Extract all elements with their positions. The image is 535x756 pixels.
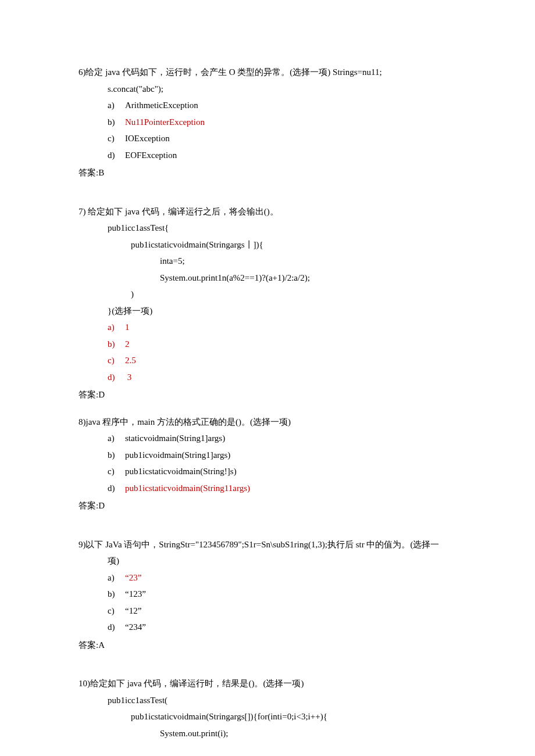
option-text: 2.5: [125, 356, 136, 365]
option-letter: a): [108, 97, 125, 114]
q6-option-a: a)ArithmeticException: [79, 97, 456, 114]
q8-head: 8)java 程序中，main 方法的格式正确的是()。(选择一项): [79, 414, 456, 431]
q10-code: pub1icstaticvoidmain(Stringargs[]){for(i…: [79, 708, 456, 725]
q7-head: 7) 给定如下 java 代码，编译运行之后，将会输出()。: [79, 203, 456, 220]
q10-code: pub1icc1assTest(: [79, 692, 456, 709]
q9-option-a: a)“23”: [79, 569, 456, 586]
option-text: “23”: [125, 573, 141, 582]
q7-code: }(选择一项): [79, 303, 456, 320]
q7-code: System.out.print1n(a%2==1)?(a+1)/2:a/2);: [79, 270, 456, 286]
q6-option-b: b)Nu11PointerException: [79, 114, 456, 131]
q7-code: pub1icstaticvoidmain(Stringargs丨]){: [79, 237, 456, 253]
q8-answer: 答案:D: [79, 497, 456, 514]
option-text: IOException: [125, 134, 170, 143]
q7-option-b: b)2: [79, 336, 456, 353]
option-text: EOFException: [125, 151, 177, 160]
option-letter: c): [108, 463, 125, 480]
option-letter: b): [108, 114, 125, 131]
q10-head: 10)给定如下 java 代码，编译运行时，结果是()。(选择一项): [79, 675, 456, 692]
q7-code: ): [79, 286, 456, 303]
q9-head: 9)以下 JaVa 语句中，StringStr="123456789";S1r=…: [79, 536, 456, 553]
option-text: pub1icvoidmain(String1]args): [125, 450, 230, 460]
option-text: “12”: [125, 606, 141, 615]
q9-answer: 答案:A: [79, 637, 456, 654]
option-letter: d): [108, 619, 125, 636]
q6-option-d: d)EOFException: [79, 147, 456, 164]
q6-option-c: c)IOException: [79, 130, 456, 147]
q8-option-c: c)pub1icstaticvoidmain(String!]s): [79, 463, 456, 480]
q7-answer: 答案:D: [79, 386, 456, 403]
q7-option-c: c)2.5: [79, 352, 456, 369]
option-text: “234”: [125, 622, 146, 632]
option-text: ArithmeticException: [125, 101, 198, 110]
option-letter: b): [108, 336, 125, 353]
option-letter: a): [108, 430, 125, 447]
q7-code: inta=5;: [79, 253, 456, 270]
option-letter: a): [108, 319, 125, 336]
spacer: [79, 664, 456, 675]
q10-code: System.out.print(i);: [79, 725, 456, 742]
q9-option-d: d)“234”: [79, 619, 456, 636]
option-letter: b): [108, 586, 125, 603]
q9-option-c: c)“12”: [79, 603, 456, 619]
option-text: Nu11PointerException: [125, 117, 205, 127]
option-letter: d): [108, 147, 125, 164]
option-letter: d): [108, 369, 125, 386]
option-text: pub1icstaticvoidmain(String!]s): [125, 467, 237, 476]
option-letter: c): [108, 130, 125, 147]
option-letter: c): [108, 352, 125, 369]
q8-option-d: d)pub1icstaticvoidmain(String11args): [79, 480, 456, 497]
option-text: 3: [125, 372, 131, 382]
spacer: [79, 192, 456, 203]
question-6: 6)给定 java 代码如下，运行时，会产生 O 类型的异常。(选择一项) St…: [79, 64, 456, 181]
question-8: 8)java 程序中，main 方法的格式正确的是()。(选择一项) a)sta…: [79, 414, 456, 514]
q6-head: 6)给定 java 代码如下，运行时，会产生 O 类型的异常。(选择一项) St…: [79, 64, 456, 81]
option-letter: d): [108, 480, 125, 497]
document-page: 6)给定 java 代码如下，运行时，会产生 O 类型的异常。(选择一项) St…: [0, 0, 535, 756]
option-letter: a): [108, 569, 125, 586]
q6-code-1: s.concat("abc");: [79, 81, 456, 98]
option-text: staticvoidmain(String1]args): [125, 433, 225, 443]
q6-answer: 答案:B: [79, 164, 456, 181]
q9-option-b: b)“123”: [79, 586, 456, 603]
q8-option-b: b)pub1icvoidmain(String1]args): [79, 447, 456, 464]
q8-option-a: a)staticvoidmain(String1]args): [79, 430, 456, 447]
option-text: “123”: [125, 589, 146, 599]
question-7: 7) 给定如下 java 代码，编译运行之后，将会输出()。 pub1icc1a…: [79, 203, 456, 403]
option-text: 1: [125, 323, 130, 332]
q7-option-a: a)1: [79, 319, 456, 336]
q9-cont: 项): [79, 553, 456, 569]
q7-option-d: d) 3: [79, 369, 456, 386]
spacer: [79, 525, 456, 536]
q7-code: pub1icc1assTest{: [79, 220, 456, 237]
option-text: 2: [125, 339, 130, 349]
option-letter: b): [108, 447, 125, 464]
option-letter: c): [108, 603, 125, 619]
question-9: 9)以下 JaVa 语句中，StringStr="123456789";S1r=…: [79, 536, 456, 654]
option-text: pub1icstaticvoidmain(String11args): [125, 483, 250, 493]
question-10: 10)给定如下 java 代码，编译运行时，结果是()。(选择一项) pub1i…: [79, 675, 456, 741]
